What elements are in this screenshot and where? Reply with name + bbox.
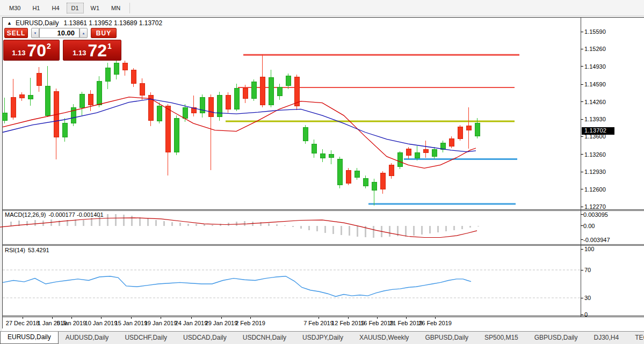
macd-bar — [469, 226, 471, 228]
macd-bar — [171, 222, 173, 226]
candle-body — [260, 77, 265, 105]
macd-bar — [477, 226, 479, 226]
candle-body — [243, 88, 248, 99]
macd-bar — [26, 221, 28, 226]
macd-bar — [83, 220, 84, 226]
price-axis[interactable] — [581, 18, 644, 316]
macd-bar — [147, 218, 149, 225]
buy-price-big: 72 — [88, 40, 107, 60]
macd-bar — [107, 214, 108, 225]
candle-body — [354, 171, 359, 177]
tab-eurusd-daily[interactable]: EURUSD,Daily — [0, 332, 59, 344]
macd-bar — [99, 216, 100, 226]
candle-body — [97, 81, 102, 105]
buy-price-button[interactable]: 1.13721 — [63, 40, 121, 61]
candle-body — [440, 143, 445, 149]
candles-group — [2, 54, 480, 206]
macd-bar — [413, 226, 415, 236]
macd-bar — [373, 226, 374, 238]
tab-audusd-daily[interactable]: AUDUSD,Daily — [59, 332, 116, 344]
tab-dj30-h4[interactable]: DJ30,H4 — [587, 332, 626, 344]
tab-gbpusd-daily[interactable]: GBPUSD,Daily — [527, 332, 585, 344]
macd-bar — [276, 224, 278, 226]
sell-price-prefix: 1.13 — [12, 49, 25, 57]
timeframe-button-d1[interactable]: D1 — [67, 3, 84, 13]
candle-body — [226, 96, 230, 109]
candle-body — [303, 128, 308, 141]
mt4-window: M30H1H4D1W1MN MACD(12,26,9)-0.000177 -0.… — [0, 0, 644, 344]
chart-tabs-bar: EURUSD,DailyAUDUSD,DailyUSDCHF,DailyUSDC… — [0, 331, 644, 344]
timeframe-button-mn[interactable]: MN — [106, 3, 125, 13]
candle-body — [458, 127, 462, 139]
macd-bar — [357, 226, 358, 237]
sell-button[interactable]: SELL — [4, 28, 28, 38]
candle-body — [79, 94, 84, 108]
candle-body — [140, 83, 144, 96]
macd-histogram-group — [10, 214, 479, 238]
candle-body — [157, 106, 162, 121]
sell-price-button[interactable]: 1.13702 — [3, 40, 60, 61]
time-axis[interactable] — [2, 317, 581, 331]
macd-bar — [139, 217, 141, 226]
candle-body — [363, 178, 368, 186]
candle-body — [320, 154, 325, 158]
macd-bar — [324, 226, 326, 233]
timeframe-button-m30[interactable]: M30 — [4, 3, 25, 13]
candle-body — [449, 138, 454, 146]
tab-tech100[interactable]: TECH100, — [628, 332, 644, 344]
macd-bar — [445, 226, 447, 231]
macd-bar — [123, 215, 125, 226]
candle-body — [105, 68, 110, 82]
tab-usdjpy-daily[interactable]: USDJPY,Daily — [295, 332, 350, 344]
candle-body — [234, 88, 239, 109]
macd-bar — [236, 222, 237, 225]
timeframe-button-w1[interactable]: W1 — [86, 3, 105, 13]
macd-bar — [268, 223, 270, 226]
macd-bar — [187, 224, 189, 226]
tab-usdcad-daily[interactable]: USDCAD,Daily — [176, 332, 234, 344]
candle-body — [423, 149, 428, 153]
macd-bar — [292, 226, 294, 228]
triangle-down-icon: ▼ — [34, 32, 37, 35]
tab-usdcnh-daily[interactable]: USDCNH,Daily — [236, 332, 293, 344]
timeframe-button-h1[interactable]: H1 — [27, 3, 45, 13]
candle-body — [389, 165, 394, 175]
macd-bar — [196, 224, 197, 225]
macd-bar — [59, 221, 60, 226]
sell-price-big: 70 — [27, 40, 46, 60]
tab-usdchf-daily[interactable]: USDCHF,Daily — [118, 332, 174, 344]
volume-input[interactable] — [39, 28, 79, 38]
buy-button[interactable]: BUY — [91, 28, 117, 38]
volume-decrease-button[interactable]: ▼ — [31, 28, 39, 38]
tab-sp500-m15[interactable]: SP500,M15 — [477, 332, 525, 344]
tab-xauusd-weekly[interactable]: XAUUSD,Weekly — [352, 332, 416, 344]
candle-body — [114, 63, 119, 75]
timeframe-button-h4[interactable]: H4 — [47, 3, 64, 13]
candle-body — [251, 82, 256, 98]
macd-bar — [437, 226, 439, 232]
macd-bar — [131, 216, 133, 226]
tab-gbpusd-daily[interactable]: GBPUSD,Daily — [418, 332, 475, 344]
buy-price-prefix: 1.13 — [73, 49, 86, 57]
candle-body — [415, 153, 419, 158]
candle-body — [346, 170, 351, 184]
collapse-triangle-icon: ▲ — [7, 20, 12, 26]
candle-body — [19, 95, 24, 98]
triangle-up-icon: ▲ — [82, 32, 85, 35]
volume-increase-button[interactable]: ▲ — [79, 28, 88, 38]
macd-bar — [179, 223, 181, 225]
macd-bar — [316, 226, 318, 232]
macd-bar — [204, 224, 205, 226]
candle-body — [397, 153, 402, 167]
candle-body — [37, 74, 41, 86]
macd-bar — [10, 222, 12, 226]
candle-body — [88, 94, 93, 105]
candle-body — [122, 63, 127, 70]
candle-body — [312, 144, 316, 153]
macd-bar — [284, 225, 286, 226]
macd-bar — [155, 220, 157, 226]
macd-bar — [300, 226, 302, 229]
macd-bar — [429, 226, 431, 234]
chart-symbol: EURUSD,Daily — [16, 19, 59, 27]
candle-body — [183, 107, 187, 118]
